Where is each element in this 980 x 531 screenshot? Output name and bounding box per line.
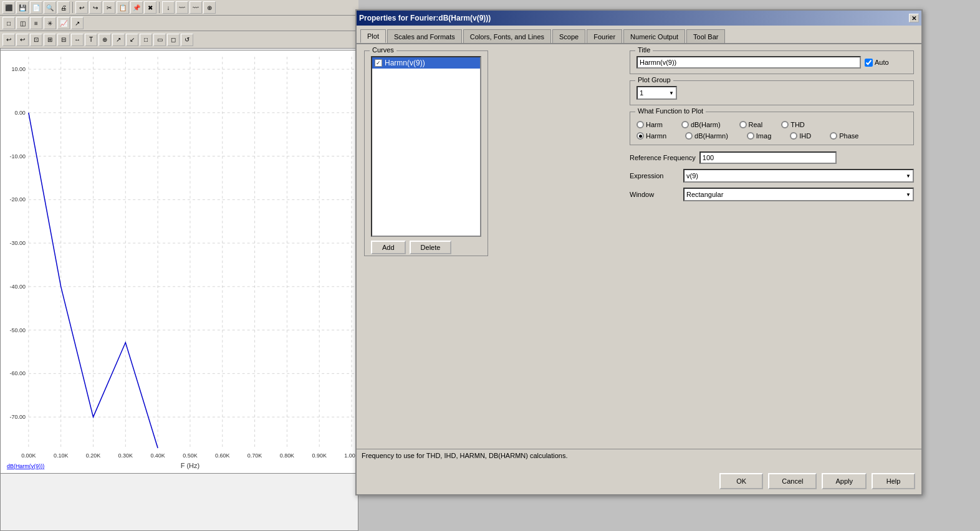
- radio-dbharm-circle[interactable]: [681, 121, 689, 128]
- ok-button[interactable]: OK: [719, 473, 763, 489]
- radio-dbharmn[interactable]: dB(Harmn): [685, 132, 728, 140]
- svg-text:-50.00: -50.00: [9, 327, 25, 333]
- toolbar-icon-10[interactable]: 📌: [130, 1, 143, 14]
- toolbar-icon-t10[interactable]: ↙: [126, 34, 138, 46]
- toolbar-icon-s4[interactable]: ✳: [44, 17, 56, 29]
- toolbar-icon-1[interactable]: ⬛: [2, 1, 15, 14]
- tab-fourier[interactable]: Fourier: [587, 29, 622, 43]
- radio-harmn-label: Harmn: [646, 132, 666, 140]
- radio-real-label: Real: [749, 121, 763, 128]
- toolbar-icon-6[interactable]: ↩: [75, 1, 88, 14]
- dialog-title: Properties for Fourier:dB(Harm(v(9))): [359, 14, 491, 22]
- toolbar-icon-t3[interactable]: ⊡: [30, 34, 42, 46]
- toolbar-icon-2[interactable]: 💾: [16, 1, 29, 14]
- toolbar-icon-14[interactable]: 〰: [190, 1, 202, 14]
- right-panel: Title Auto Plot Group 1: [630, 50, 914, 262]
- expression-row: Expression v(9) ▼: [630, 169, 914, 183]
- curves-list[interactable]: ✓ Harmn(v(9)): [371, 56, 481, 237]
- radio-ihd[interactable]: IHD: [790, 132, 811, 140]
- toolbar-icon-t1[interactable]: ↩: [2, 34, 15, 46]
- toolbar-icon-s2[interactable]: ◫: [16, 17, 29, 29]
- radio-dbharmn-circle[interactable]: [685, 132, 693, 140]
- radio-imag-circle[interactable]: [747, 132, 754, 140]
- apply-button[interactable]: Apply: [822, 473, 867, 489]
- toolbar-icon-t13[interactable]: ◻: [167, 34, 180, 46]
- toolbar-icon-t9[interactable]: ↗: [112, 34, 125, 46]
- dialog-buttons: OK Cancel Apply Help: [719, 473, 915, 489]
- radio-real[interactable]: Real: [739, 121, 763, 128]
- tab-numeric-output[interactable]: Numeric Output: [623, 29, 685, 43]
- curve-item-0[interactable]: ✓ Harmn(v(9)): [372, 57, 480, 69]
- tab-scales-formats[interactable]: Scales and Formats: [387, 29, 462, 43]
- radio-harmn-circle[interactable]: [637, 132, 644, 140]
- svg-text:0.00K: 0.00K: [21, 452, 36, 459]
- toolbar-sep-2: [159, 2, 160, 13]
- ref-freq-input[interactable]: [699, 151, 837, 164]
- help-button[interactable]: Help: [872, 473, 915, 489]
- tab-colors-fonts[interactable]: Colors, Fonts, and Lines: [463, 29, 551, 43]
- radio-phase[interactable]: Phase: [830, 132, 858, 140]
- toolbar-icon-12[interactable]: ↓: [162, 1, 175, 14]
- dialog-close-button[interactable]: ✕: [909, 14, 919, 22]
- plot-group-dropdown[interactable]: 1 ▼: [637, 86, 677, 100]
- delete-button[interactable]: Delete: [410, 241, 452, 254]
- svg-text:0.80K: 0.80K: [280, 452, 294, 459]
- toolbar-icon-t2[interactable]: ↩: [16, 34, 29, 46]
- title-section: Title Auto: [630, 50, 914, 74]
- radio-phase-circle[interactable]: [830, 132, 837, 140]
- radio-imag[interactable]: Imag: [747, 132, 771, 140]
- radio-thd-circle[interactable]: [781, 121, 789, 128]
- curve-checkbox-0[interactable]: ✓: [375, 59, 382, 67]
- title-input[interactable]: [637, 56, 861, 69]
- toolbar-icon-15[interactable]: ⊕: [203, 1, 216, 14]
- svg-text:dB(Harm(v(9))): dB(Harm(v(9))): [7, 463, 44, 469]
- radio-thd[interactable]: THD: [781, 121, 805, 128]
- toolbar-icon-3[interactable]: 📄: [30, 1, 42, 14]
- toolbar-icon-s5[interactable]: 📈: [57, 17, 70, 29]
- toolbar-icon-8[interactable]: ✂: [103, 1, 115, 14]
- dropdown-arrow-icon: ▼: [669, 90, 674, 96]
- window-label: Window: [630, 191, 680, 198]
- toolbar-icon-t8[interactable]: ⊕: [98, 34, 111, 46]
- title-legend: Title: [635, 46, 653, 54]
- add-button[interactable]: Add: [371, 241, 406, 254]
- cancel-button[interactable]: Cancel: [768, 473, 817, 489]
- radio-harm-circle[interactable]: [637, 121, 644, 128]
- toolbar-icon-t4[interactable]: ⊞: [44, 34, 56, 46]
- toolbar-icon-t12[interactable]: ▭: [153, 34, 166, 46]
- tab-scope[interactable]: Scope: [552, 29, 585, 43]
- tab-toolbar[interactable]: Tool Bar: [686, 29, 725, 43]
- ref-freq-label: Reference Frequency: [630, 154, 696, 161]
- window-dropdown[interactable]: Rectangular ▼: [683, 188, 914, 201]
- auto-checkbox[interactable]: [865, 59, 873, 67]
- toolbar-icon-4[interactable]: 🔍: [44, 1, 56, 14]
- radio-dbharm[interactable]: dB(Harm): [681, 121, 721, 128]
- toolbar-icon-9[interactable]: 📋: [117, 1, 129, 14]
- expression-dropdown[interactable]: v(9) ▼: [683, 169, 914, 183]
- tab-plot[interactable]: Plot: [360, 29, 386, 43]
- toolbar-icon-13[interactable]: 〰: [176, 1, 188, 14]
- svg-text:F (Hz): F (Hz): [181, 462, 199, 469]
- toolbar-icon-t7[interactable]: T: [85, 34, 97, 46]
- toolbar-icon-t5[interactable]: ⊟: [57, 34, 70, 46]
- toolbar-icon-s3[interactable]: ≡: [30, 17, 42, 29]
- properties-dialog: Properties for Fourier:dB(Harm(v(9))) ✕ …: [355, 9, 923, 495]
- svg-text:-20.00: -20.00: [9, 196, 25, 203]
- svg-text:0.00: 0.00: [14, 110, 25, 116]
- toolbar-icon-t14[interactable]: ↺: [181, 34, 193, 46]
- radio-harm[interactable]: Harm: [637, 121, 663, 128]
- toolbar-top: ⬛ 💾 📄 🔍 🖨 ↩ ↪ ✂ 📋 📌 ✖ ↓ 〰 〰 ⊕: [0, 0, 358, 16]
- toolbar-icon-7[interactable]: ↪: [89, 1, 102, 14]
- toolbar-icon-s1[interactable]: □: [2, 17, 15, 29]
- toolbar-icon-s6[interactable]: ↗: [71, 17, 84, 29]
- radio-harmn[interactable]: Harmn: [637, 132, 666, 140]
- toolbar-third: ↩ ↩ ⊡ ⊞ ⊟ ↔ T ⊕ ↗ ↙ □ ▭ ◻ ↺: [0, 31, 358, 49]
- toolbar-icon-5[interactable]: 🖨: [57, 1, 70, 14]
- toolbar-icon-11[interactable]: ✖: [144, 1, 156, 14]
- toolbar-icon-t11[interactable]: □: [140, 34, 152, 46]
- plot-group-legend: Plot Group: [635, 76, 673, 84]
- toolbar-icon-t6[interactable]: ↔: [71, 34, 84, 46]
- radio-ihd-circle[interactable]: [790, 132, 797, 140]
- radio-real-circle[interactable]: [739, 121, 747, 128]
- radio-thd-label: THD: [790, 121, 805, 128]
